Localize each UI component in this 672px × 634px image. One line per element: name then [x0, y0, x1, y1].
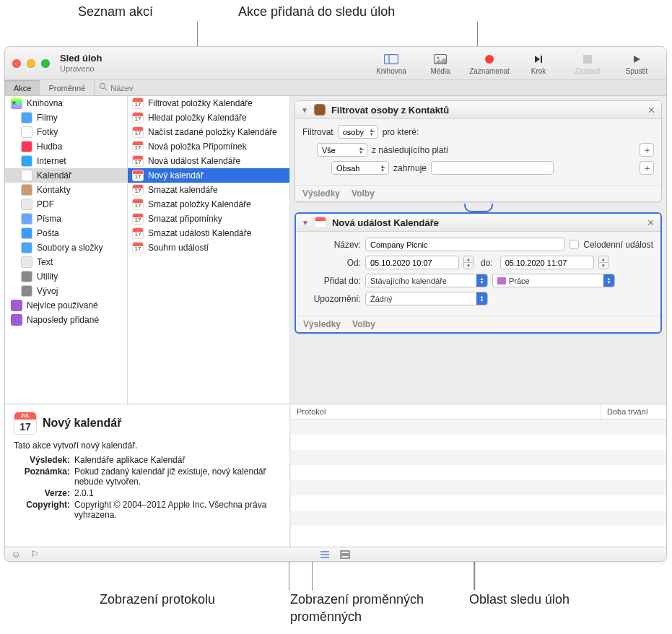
step-icon: [531, 53, 546, 66]
action-connector: [464, 204, 493, 211]
alert-select[interactable]: Žádný: [365, 292, 488, 305]
library-item[interactable]: Utility: [5, 269, 127, 284]
to-datetime-input[interactable]: [500, 256, 594, 269]
variables-view-button[interactable]: [339, 550, 352, 560]
add-rule-button[interactable]: ＋: [640, 161, 654, 175]
search-icon: [99, 82, 108, 93]
media-icon: [433, 53, 448, 66]
segment-actions[interactable]: Akce: [5, 80, 40, 95]
app-icon: [21, 285, 32, 297]
filter-subject-select[interactable]: osoby: [338, 125, 378, 139]
remove-action-button[interactable]: ✕: [647, 217, 655, 228]
action-list-item[interactable]: Nová událost Kalendáře: [128, 154, 289, 168]
options-tab[interactable]: Volby: [352, 319, 375, 329]
library-item[interactable]: PDF: [5, 197, 127, 212]
action-filter-contacts: ▼ Filtrovat osoby z Kontaktů ✕ Filtrovat…: [294, 100, 662, 202]
toolbar-media-button[interactable]: Média: [418, 51, 463, 75]
from-datetime-input[interactable]: [365, 256, 459, 269]
search-field[interactable]: [95, 80, 271, 95]
to-stepper[interactable]: ▲▼: [598, 256, 608, 269]
action-list-item[interactable]: Načíst zadané položky Kalendáře: [128, 125, 289, 139]
info-title: Nový kalendář: [43, 417, 121, 430]
disclosure-triangle-icon[interactable]: ▼: [301, 106, 308, 114]
rule-op-label: zahrnuje: [393, 163, 427, 173]
library-root-label: Knihovna: [27, 98, 63, 108]
library-smart-folder[interactable]: Nejvíce používané: [5, 298, 127, 313]
calendar-icon: [315, 217, 326, 228]
match-scope-select[interactable]: Vše: [317, 143, 367, 157]
library-item[interactable]: Internet: [5, 154, 127, 168]
library-item[interactable]: Soubory a složky: [5, 240, 127, 255]
options-tab[interactable]: Volby: [352, 188, 375, 199]
add-rule-group-button[interactable]: ＋: [640, 143, 654, 157]
log-row: [291, 435, 666, 450]
disclosure-triangle-icon[interactable]: ▼: [11, 100, 17, 107]
zoom-window-button[interactable]: [41, 59, 50, 68]
addto-select[interactable]: Stávajícího kalendáře: [365, 274, 488, 287]
toolbar-record-button[interactable]: Zaznamenat: [467, 51, 512, 75]
library-item[interactable]: Písma: [5, 212, 127, 226]
toolbar-run-button[interactable]: Spustit: [614, 51, 659, 75]
status-smiley-button[interactable]: ☺: [9, 550, 22, 560]
app-icon: [21, 126, 32, 138]
library-item[interactable]: Filmy: [5, 110, 127, 125]
log-view-button[interactable]: [318, 550, 331, 560]
search-input[interactable]: [110, 84, 267, 92]
library-item[interactable]: Kontakty: [5, 183, 127, 197]
event-name-input[interactable]: [365, 238, 565, 251]
window-titles: Sled úloh Upraveno: [60, 53, 102, 72]
remove-action-button[interactable]: ✕: [647, 105, 655, 116]
app-icon: [21, 170, 32, 181]
library-item[interactable]: Hudba: [5, 139, 127, 154]
action-list-item[interactable]: Smazat kalendáře: [128, 183, 289, 197]
minimize-window-button[interactable]: [27, 59, 35, 68]
status-flag-button[interactable]: ⚐: [28, 550, 41, 560]
allday-label: Celodenní událost: [583, 240, 653, 250]
library-item[interactable]: Fotky: [5, 125, 127, 139]
rule-value-input[interactable]: [431, 161, 554, 175]
library-root[interactable]: ▼ Knihovna: [5, 96, 127, 110]
action-body: Filtrovat osoby pro které: Vše z následu…: [295, 119, 661, 185]
library-item[interactable]: Vývoj: [5, 284, 127, 298]
action-list-item[interactable]: Smazat události Kalendáře: [128, 226, 289, 240]
action-list-item[interactable]: Smazat položky Kalendáře: [128, 197, 289, 212]
calendar-select[interactable]: Práce: [492, 274, 615, 287]
results-tab[interactable]: Výsledky: [303, 319, 341, 329]
from-stepper[interactable]: ▲▼: [463, 256, 474, 269]
alert-label: Upozornění:: [303, 294, 361, 304]
library-item[interactable]: Pošta: [5, 226, 127, 240]
action-header: ▼ Nová událost Kalendáře ✕: [296, 214, 660, 232]
for-which-label: pro které:: [383, 127, 419, 137]
disclosure-triangle-icon[interactable]: ▼: [302, 219, 309, 227]
action-list-item[interactable]: Nový kalendář: [128, 168, 289, 183]
app-icon: [21, 271, 32, 282]
action-list-item[interactable]: Filtrovat položky Kalendáře: [128, 96, 289, 110]
callout-wf-area: Oblast sledu úloh: [469, 592, 570, 607]
library-item-label: Hudba: [37, 142, 62, 152]
toolbar-library-button[interactable]: Knihovna: [369, 51, 414, 75]
action-list-item[interactable]: Souhrn událostí: [128, 240, 289, 255]
action-footer: Výsledky Volby: [295, 185, 661, 201]
svg-rect-12: [341, 551, 349, 554]
action-list-item[interactable]: Smazat připomínky: [128, 212, 289, 226]
action-list-item[interactable]: Nová položka Připomínek: [128, 139, 289, 154]
close-window-button[interactable]: [12, 59, 21, 68]
results-tab[interactable]: Výsledky: [302, 188, 340, 199]
log-pane: Protokol Doba trvání: [291, 404, 666, 547]
log-col-duration[interactable]: Doba trvání: [601, 404, 666, 419]
allday-checkbox[interactable]: [570, 240, 579, 249]
library-item-label: Písma: [37, 214, 61, 224]
log-col-protocol[interactable]: Protokol: [291, 404, 601, 419]
library-item-label: Nejvíce používané: [27, 300, 98, 311]
library-item-label: Text: [37, 257, 53, 267]
action-list-item[interactable]: Hledat položky Kalendáře: [128, 110, 289, 125]
library-smart-folder[interactable]: Naposledy přidané: [5, 313, 127, 327]
action-list-label: Souhrn událostí: [148, 243, 209, 253]
callout-line: [289, 562, 289, 591]
library-item[interactable]: Kalendář: [5, 168, 127, 183]
segment-variables[interactable]: Proměnné: [40, 80, 94, 95]
library-item[interactable]: Text: [5, 255, 127, 269]
app-icon: [21, 141, 32, 152]
toolbar-step-button[interactable]: Krok: [516, 51, 561, 75]
rule-field-select[interactable]: Obsah: [331, 161, 389, 175]
